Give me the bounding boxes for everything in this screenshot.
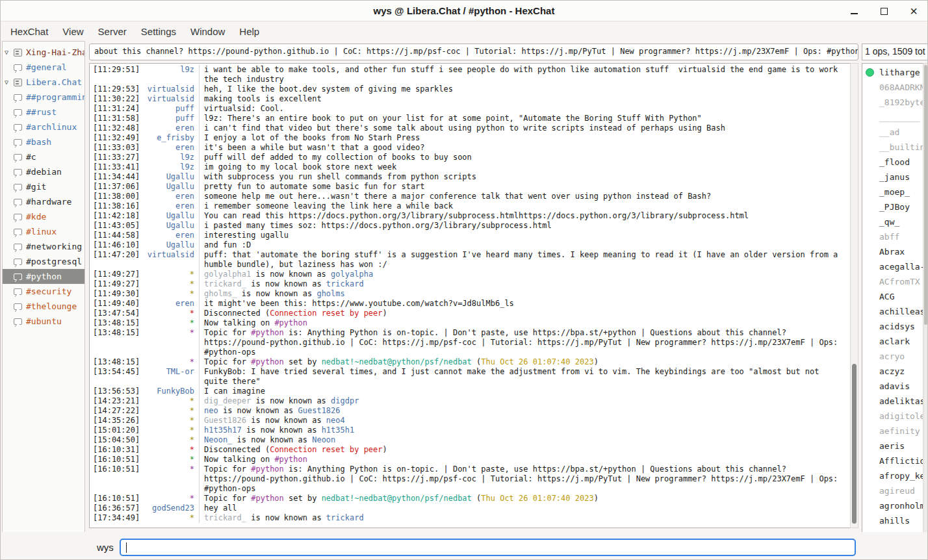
message-text: FunkyBob: I have tried several times, an… bbox=[199, 367, 850, 387]
user-list-item[interactable]: adavis bbox=[862, 379, 923, 394]
message-segment: pretty fun to automate some basic fun fo… bbox=[204, 182, 425, 191]
nick: virtualsid bbox=[142, 250, 199, 260]
sidebar-item-thelounge[interactable]: #thelounge bbox=[3, 299, 84, 314]
user-list-item[interactable]: adigitole bbox=[862, 409, 923, 424]
user-list-item[interactable]: afropy_ke bbox=[862, 468, 923, 483]
timestamp: [11:49:40] bbox=[90, 299, 142, 309]
titlebar[interactable]: wys @ Libera.Chat / #python - HexChat × bbox=[1, 1, 927, 21]
user-nick: acryo bbox=[879, 351, 905, 361]
user-list-item[interactable]: aczyz bbox=[862, 364, 923, 379]
sidebar-item-bash[interactable]: #bash bbox=[3, 134, 84, 149]
user-nick: ACG bbox=[879, 292, 894, 301]
user-nick: litharge bbox=[879, 68, 920, 77]
user-list-item[interactable]: __ad bbox=[862, 125, 923, 140]
userlist-scrollbar[interactable] bbox=[923, 63, 928, 544]
user-list-item[interactable]: _moep_ bbox=[862, 185, 923, 199]
menu-settings[interactable]: Settings bbox=[134, 23, 183, 40]
sidebar-item-git[interactable]: #git bbox=[3, 179, 84, 194]
message-segment: heh, I like the boot.dev system of givin… bbox=[204, 84, 453, 94]
user-nick: agronholm bbox=[879, 501, 923, 511]
channel-bubble-icon bbox=[14, 274, 22, 280]
user-list-item[interactable]: _janus bbox=[862, 170, 923, 185]
message-segment: and fun :D bbox=[204, 240, 251, 249]
chat-scrollbar-thumb[interactable] bbox=[852, 364, 857, 524]
own-nick-label[interactable]: wys bbox=[97, 542, 114, 553]
collapse-triangle-icon[interactable]: ▽ bbox=[5, 79, 14, 86]
sidebar-item-kde[interactable]: #kde bbox=[3, 209, 84, 224]
timestamp: [15:04:50] bbox=[90, 435, 142, 445]
sidebar-item-archlinux[interactable]: #archlinux bbox=[3, 120, 84, 134]
message-segment: is now known as bbox=[242, 426, 322, 435]
user-list-item[interactable]: achilleas bbox=[862, 304, 923, 319]
sidebar-item-postgresql[interactable]: #postgresql bbox=[3, 254, 84, 269]
user-list-item[interactable]: acidsys bbox=[862, 319, 923, 334]
user-list-item[interactable]: agireud bbox=[862, 483, 923, 498]
user-list-item[interactable]: aeris bbox=[862, 439, 923, 453]
user-list-item[interactable]: acegalla- bbox=[862, 259, 923, 274]
sidebar-item-general[interactable]: #general bbox=[3, 60, 84, 75]
user-list-item[interactable]: acryo bbox=[862, 349, 923, 364]
menu-bar: HexChatViewServerSettingsWindowHelp bbox=[1, 21, 927, 41]
user-list-item[interactable]: aefinity bbox=[862, 424, 923, 439]
collapse-triangle-icon[interactable]: ▽ bbox=[5, 49, 14, 56]
message-text: gholms_ is now known as gholms bbox=[199, 289, 850, 299]
sidebar-item-security[interactable]: #security bbox=[3, 284, 84, 299]
chat-line: [17:34:49]*trickard_ is now known as tri… bbox=[90, 513, 850, 523]
message-segment: l9z: There's an entire book to put on yo… bbox=[204, 114, 702, 123]
message-segment: #python bbox=[251, 494, 284, 503]
message-input[interactable] bbox=[120, 539, 856, 556]
menu-help[interactable]: Help bbox=[232, 23, 266, 40]
maximize-icon[interactable] bbox=[877, 4, 891, 18]
chat-scrollbar[interactable] bbox=[850, 63, 858, 528]
user-list-item[interactable]: adeliktas bbox=[862, 394, 923, 409]
menu-view[interactable]: View bbox=[55, 23, 90, 40]
user-list-item[interactable]: ________ bbox=[862, 110, 923, 125]
chat-line: [11:37:06]Ugallupretty fun to automate s… bbox=[90, 182, 850, 192]
menu-server[interactable]: Server bbox=[91, 23, 134, 40]
sidebar-item-debian[interactable]: #debian bbox=[3, 164, 84, 179]
user-list-item[interactable]: litharge bbox=[862, 65, 923, 80]
user-list-item[interactable]: aclark bbox=[862, 334, 923, 349]
user-list-item[interactable]: ahills bbox=[862, 513, 923, 528]
close-icon[interactable]: × bbox=[907, 4, 921, 18]
user-nick: _PJBoy bbox=[879, 202, 910, 212]
sidebar-item-xing-hai-zhan[interactable]: ▽Xing-Hai-Zhan bbox=[3, 45, 84, 60]
sidebar-item-ubuntu[interactable]: #ubuntu bbox=[3, 314, 84, 329]
user-list-item[interactable]: 068AADRKN bbox=[862, 80, 923, 95]
sidebar-item-label: #ubuntu bbox=[26, 316, 62, 326]
message-segment: making tools is excellent bbox=[204, 94, 322, 103]
sidebar-item-c[interactable]: #c bbox=[3, 149, 84, 164]
user-list-item[interactable]: __builtin bbox=[862, 140, 923, 155]
user-list-item[interactable]: _flood bbox=[862, 155, 923, 170]
user-list-item[interactable]: _8192byte bbox=[862, 95, 923, 110]
sidebar-item-programming[interactable]: ##programming bbox=[3, 90, 84, 105]
user-list-item[interactable]: _qw_ bbox=[862, 214, 923, 229]
chat-line: [13:56:53]FunkyBobI can imagine bbox=[90, 387, 850, 396]
event-star: * bbox=[142, 494, 199, 503]
message-segment: ) bbox=[383, 445, 387, 454]
user-list-item[interactable]: Abrax bbox=[862, 244, 923, 259]
user-list-item[interactable]: agronholm bbox=[862, 498, 923, 513]
sidebar-item-rust[interactable]: ##rust bbox=[3, 105, 84, 120]
minimize-icon[interactable] bbox=[847, 4, 861, 18]
sidebar-item-libera.chat[interactable]: ▽Libera.Chat bbox=[3, 75, 84, 90]
user-list-item[interactable]: ACG bbox=[862, 289, 923, 304]
sidebar-item-networking[interactable]: #networking bbox=[3, 239, 84, 254]
user-list-item[interactable]: _PJBoy bbox=[862, 199, 923, 214]
user-list-item[interactable]: Affliction bbox=[862, 453, 923, 468]
chat-line: [15:04:50]*Neoon_ is now known as Neoon bbox=[90, 435, 850, 445]
menu-hexchat[interactable]: HexChat bbox=[3, 23, 55, 40]
timestamp: [11:31:24] bbox=[90, 104, 142, 114]
user-list-item[interactable]: ACfromTX bbox=[862, 274, 923, 289]
sidebar-item-hardware[interactable]: #hardware bbox=[3, 194, 84, 209]
sidebar-item-python[interactable]: #python bbox=[3, 269, 84, 284]
channel-bubble-icon bbox=[14, 169, 22, 175]
topic-bar[interactable]: about this channel? https://pound-python… bbox=[89, 44, 858, 60]
chat-line: [11:38:16]ereni remember someone leaving… bbox=[90, 201, 850, 211]
channel-bubble-icon bbox=[14, 288, 22, 295]
event-star: * bbox=[142, 406, 199, 416]
user-list-item[interactable]: abff bbox=[862, 229, 923, 244]
userlist-scrollbar-thumb[interactable] bbox=[924, 65, 927, 325]
menu-window[interactable]: Window bbox=[183, 23, 232, 40]
sidebar-item-linux[interactable]: #linux bbox=[3, 224, 84, 239]
